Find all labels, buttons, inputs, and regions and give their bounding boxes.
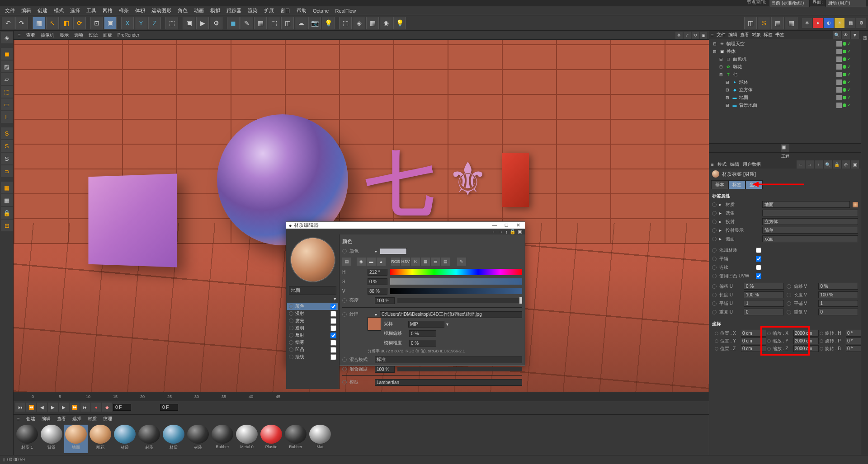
expand-icon[interactable]: ⊟ <box>725 103 730 108</box>
ah-lock-icon[interactable]: 🔒 <box>833 160 841 169</box>
coord-field[interactable] <box>846 330 861 337</box>
vis-editor-dot[interactable] <box>843 50 846 53</box>
me-eyedropper-icon[interactable]: ✎ <box>457 258 466 266</box>
vis-editor-dot[interactable] <box>843 42 846 46</box>
interface-dropdown[interactable]: 启动 (用户) <box>826 0 866 7</box>
expand-arrow[interactable]: ▸ <box>719 219 723 224</box>
layer-tag-icon[interactable] <box>836 41 842 47</box>
live-select-button[interactable]: ▦ <box>33 17 45 29</box>
expand-icon[interactable]: ⊟ <box>712 41 717 47</box>
channel-dot[interactable] <box>289 347 293 352</box>
attr-checkbox[interactable] <box>756 273 761 279</box>
me-tex-thumb[interactable] <box>368 317 381 331</box>
menu-extensions[interactable]: 扩展 <box>261 6 277 15</box>
attr-field[interactable] <box>818 300 859 307</box>
material-item[interactable]: 背景 <box>40 425 63 453</box>
me-color-dropdown[interactable]: ▾ <box>375 249 377 254</box>
mm-create[interactable]: 创建 <box>24 415 37 422</box>
mm-select[interactable]: 选择 <box>71 415 83 422</box>
coord-dot[interactable] <box>715 339 718 343</box>
expand-arrow[interactable]: ▸ <box>719 202 723 207</box>
tree-row[interactable]: ⊟▬地面✓ <box>710 94 860 101</box>
menu-create[interactable]: 创建 <box>34 6 51 15</box>
channel-checkbox[interactable] <box>330 354 336 360</box>
check-icon[interactable]: ✓ <box>847 72 851 77</box>
axis-lock[interactable]: ▣ <box>104 17 117 29</box>
me-min-button[interactable]: — <box>491 222 499 228</box>
bulb-button[interactable]: 💡 <box>393 17 406 29</box>
timeline-ruler[interactable]: 0 5 10 15 20 25 30 35 40 45 <box>14 392 709 401</box>
coord-dot[interactable] <box>767 347 771 351</box>
attr-checkbox[interactable] <box>756 265 761 270</box>
edge-mode[interactable]: ▭ <box>1 98 13 110</box>
menu-select[interactable]: 选择 <box>67 6 83 15</box>
snap1-button[interactable]: ▦ <box>1 182 13 193</box>
tl-end[interactable]: ⏭ <box>80 403 90 412</box>
vm-panel[interactable]: 面板 <box>100 31 115 39</box>
deform-button[interactable]: ◫ <box>281 17 294 29</box>
tab-coord[interactable]: 坐标 <box>745 180 763 189</box>
texture-mode[interactable]: ▨ <box>1 61 13 72</box>
material-item[interactable]: 材质 <box>113 425 137 453</box>
me-material-name[interactable]: 地面 <box>289 286 336 295</box>
vp-nav4[interactable]: ▣ <box>700 32 707 39</box>
attr-dot[interactable] <box>787 284 791 289</box>
me-bright-field[interactable] <box>375 297 395 304</box>
menu-edit[interactable]: 编辑 <box>18 6 34 15</box>
ah-new-icon[interactable]: ⊕ <box>842 160 850 169</box>
s3-button[interactable]: S <box>1 153 13 164</box>
attr-field[interactable] <box>762 210 858 216</box>
me-bright-slider[interactable] <box>397 298 522 303</box>
me-lock-icon[interactable]: 🔒 <box>509 229 516 234</box>
filter-label[interactable]: 筛选 <box>861 31 868 34</box>
me-s-slider[interactable] <box>390 278 522 285</box>
me-s-field[interactable] <box>368 278 387 285</box>
me-mode-hsv[interactable]: HSV <box>401 258 410 266</box>
material-editor-window[interactable]: ● 材质编辑器 — □ ✕ ← → ↑ 🔒 ▣ 地面 ▾ 颜色漫射发光透明反射烟… <box>286 221 525 366</box>
cube-mode[interactable]: ◼ <box>1 48 13 60</box>
channel-row[interactable]: 法线 <box>287 353 338 361</box>
material-item[interactable]: Plastic <box>259 425 283 453</box>
channel-row[interactable]: 漫射 <box>287 310 338 317</box>
oh-hamburger[interactable]: ≡ <box>711 33 714 37</box>
me-mix-str-field[interactable] <box>375 366 395 373</box>
snap3-button[interactable]: 🔒 <box>1 207 13 219</box>
redo-button[interactable]: ↷ <box>15 17 28 29</box>
me-blur-off-field[interactable] <box>409 330 436 337</box>
channel-row[interactable]: 发光 <box>287 317 338 324</box>
channel-checkbox[interactable] <box>330 347 336 353</box>
ah-search-icon[interactable]: 🔍 <box>824 160 832 169</box>
me-mixs-dot[interactable] <box>342 367 347 371</box>
vis-editor-dot[interactable] <box>843 57 846 61</box>
coord-system-button[interactable]: ⬚ <box>165 17 178 29</box>
poly-mode[interactable]: L <box>1 111 13 123</box>
ah-up-icon[interactable]: ↑ <box>815 160 823 169</box>
menu-render[interactable]: 渲染 <box>245 6 261 15</box>
material-item[interactable]: Metal 0 <box>235 425 259 453</box>
attr-field[interactable] <box>744 283 784 290</box>
oh-objects[interactable]: 对象 <box>752 32 761 38</box>
tree-row[interactable]: ⊟✿雕花✓ <box>710 63 860 70</box>
check-icon[interactable]: ✓ <box>847 56 851 61</box>
expand-icon[interactable]: ⊟ <box>718 72 724 77</box>
tl-prev-key[interactable]: ⏪ <box>26 403 36 412</box>
coord-field[interactable] <box>793 345 819 352</box>
channel-row[interactable]: 烟雾 <box>287 339 338 346</box>
vp-nav2[interactable]: ⤢ <box>684 32 691 39</box>
me-max-icon[interactable]: ▣ <box>518 229 522 234</box>
layer-tag-icon[interactable] <box>836 56 842 62</box>
channel-checkbox[interactable] <box>330 311 336 317</box>
me-model-dot[interactable] <box>342 380 347 384</box>
attr-field[interactable] <box>762 227 858 234</box>
me-v-slider[interactable] <box>390 288 522 294</box>
vm-view[interactable]: 查看 <box>24 31 38 39</box>
coord-dot[interactable] <box>767 339 771 343</box>
attr-checkbox[interactable] <box>756 256 761 262</box>
magnet-button[interactable]: ⊃ <box>1 165 13 177</box>
vm-filter[interactable]: 过滤 <box>86 31 100 39</box>
layer-tag-icon[interactable] <box>836 87 842 93</box>
coord-field[interactable] <box>741 330 766 337</box>
menu-volume[interactable]: 体积 <box>132 6 148 15</box>
me-tex-path[interactable] <box>380 311 522 318</box>
camera-button[interactable]: 📷 <box>308 17 321 29</box>
